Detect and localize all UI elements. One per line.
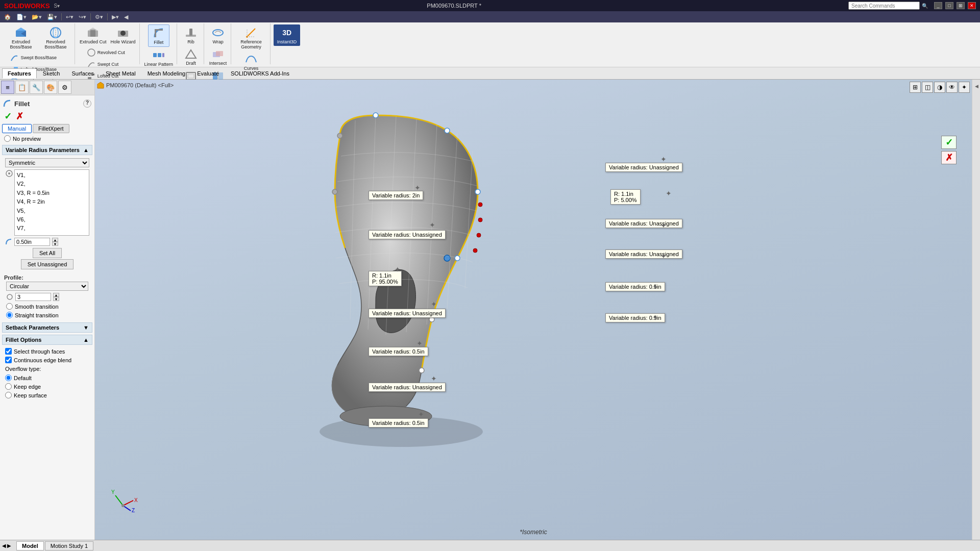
view-apply-button[interactable]: ✦	[959, 82, 970, 93]
property-manager-icon[interactable]: 📋	[15, 81, 29, 94]
linear-pattern-button[interactable]: Linear Pattern	[143, 47, 175, 68]
close-button[interactable]: ✕	[968, 2, 976, 9]
restore-button[interactable]: □	[945, 2, 953, 9]
scroll-left-btn[interactable]: ◀	[2, 543, 6, 548]
radius-decrement[interactable]: ▼	[52, 242, 58, 246]
qa-options[interactable]: ⚙▾	[93, 13, 105, 21]
vertex-item[interactable]: V7,	[16, 224, 88, 233]
vertex-item[interactable]: V5,	[16, 207, 88, 215]
instant3d-button[interactable]: 3D Instant3D	[274, 24, 300, 46]
draft-button[interactable]: Draft	[180, 46, 202, 67]
set-all-button[interactable]: Set All	[33, 248, 62, 258]
search-icon[interactable]: 🔍	[922, 3, 928, 9]
callout-unassigned-2[interactable]: Variable radius: Unassigned	[369, 309, 446, 318]
cam-manager-icon[interactable]: ⚙	[58, 81, 71, 94]
floating-reject-button[interactable]: ✗	[941, 151, 957, 164]
minimize-button[interactable]: _	[934, 2, 942, 9]
radius-increment[interactable]: ▲	[52, 238, 58, 242]
callout-unassigned-r2[interactable]: Variable radius: Unassigned	[605, 219, 682, 228]
vertex-item[interactable]: V4, R = 2in	[16, 197, 88, 206]
smooth-transition-radio[interactable]	[6, 303, 13, 310]
setback-section-header[interactable]: Setback Parameters ▼	[2, 322, 92, 333]
floating-accept-button[interactable]: ✓	[941, 136, 957, 149]
straight-transition-radio[interactable]	[6, 312, 13, 318]
callout-unassigned-r1[interactable]: Variable radius: Unassigned	[605, 163, 682, 172]
vertex-item[interactable]: V6,	[16, 215, 88, 224]
search-input[interactable]	[848, 2, 920, 10]
vertex-item[interactable]: V3, R = 0.5in	[16, 189, 88, 197]
intersect-button[interactable]: Intersect	[207, 46, 229, 67]
model-tab[interactable]: Model	[16, 541, 44, 550]
display-manager-icon[interactable]: 🎨	[44, 81, 57, 94]
scroll-right-btn[interactable]: ▶	[7, 543, 11, 548]
qa-forward[interactable]: ▶▾	[110, 13, 121, 21]
profile-increment[interactable]: ▲	[53, 293, 59, 297]
radius-input[interactable]	[14, 238, 50, 246]
swept-boss-base-button[interactable]: Swept Boss/Base	[8, 52, 68, 63]
no-preview-radio[interactable]	[4, 135, 11, 142]
view-display-button[interactable]: ◑	[934, 82, 945, 93]
view-orient-button[interactable]: ⊞	[910, 82, 921, 93]
qa-btn[interactable]: S▾	[54, 3, 60, 9]
callout-0-5in-1[interactable]: Variable radius: 0.5in	[369, 347, 428, 356]
config-manager-icon[interactable]: 🔧	[30, 81, 43, 94]
tab-sheet-metal[interactable]: Sheet Metal	[100, 68, 141, 79]
qa-open[interactable]: 📂▾	[30, 13, 44, 21]
set-unassigned-button[interactable]: Set Unassigned	[21, 259, 74, 269]
maximize-button[interactable]: ⊞	[957, 2, 965, 9]
fillet-options-section-header[interactable]: Fillet Options ▲	[2, 335, 92, 345]
revolved-cut-button[interactable]: Revolved Cut	[85, 47, 131, 58]
vertex-item[interactable]: V8, R = 0.5in	[16, 233, 88, 236]
overflow-keep-edge-radio[interactable]	[5, 383, 12, 390]
callout-rp-right[interactable]: R: 1.1in P: 5.00%	[610, 189, 641, 205]
profile-type-dropdown[interactable]: Circular Curvature continuous	[6, 282, 88, 291]
callout-unassigned-1[interactable]: Variable radius: Unassigned	[369, 230, 446, 239]
right-collapse-tab[interactable]: ◀	[972, 80, 980, 540]
fillet-button[interactable]: Fillet	[148, 24, 169, 47]
accept-button[interactable]: ✓	[4, 111, 12, 122]
reference-geometry-button[interactable]: Reference Geometry	[234, 24, 268, 51]
variable-radius-section-header[interactable]: Variable Radius Parameters ▲	[2, 145, 92, 155]
feature-manager-icon[interactable]: ≡	[1, 81, 14, 94]
qa-undo[interactable]: ↩▾	[64, 13, 76, 21]
revolved-boss-base-button[interactable]: Revolved Boss/Base	[39, 24, 72, 51]
vertex-list[interactable]: V1, V2, V3, R = 0.5in V4, R = 2in V5, V6…	[14, 169, 89, 236]
motion-study-tab[interactable]: Motion Study 1	[45, 541, 93, 550]
tab-surfaces[interactable]: Surfaces	[66, 68, 100, 79]
profile-decrement[interactable]: ▼	[53, 297, 59, 301]
extruded-boss-base-button[interactable]: Extruded Boss/Base	[4, 24, 38, 51]
profile-value-input[interactable]	[15, 293, 51, 301]
tab-manual[interactable]: Manual	[2, 124, 32, 133]
overflow-default-radio[interactable]	[5, 374, 12, 381]
tab-solidworks-addins[interactable]: SOLIDWORKS Add-Ins	[225, 68, 295, 79]
tab-evaluate[interactable]: Evaluate	[191, 68, 225, 79]
reject-button[interactable]: ✗	[16, 111, 23, 122]
hole-wizard-button[interactable]: Hole Wizard	[109, 24, 137, 46]
callout-v4-2in[interactable]: Variable radius: 2in	[369, 191, 423, 200]
wrap-button[interactable]: Wrap	[207, 24, 229, 46]
continuous-edge-blend-checkbox[interactable]	[5, 357, 12, 363]
callout-unassigned-r3[interactable]: Variable radius: Unassigned	[605, 249, 682, 259]
callout-0-5in-2[interactable]: Variable radius: 0.5in	[369, 418, 428, 428]
qa-back[interactable]: ◀	[122, 13, 130, 21]
view-hide-button[interactable]: 👁	[946, 82, 958, 93]
qa-save[interactable]: 💾▾	[45, 13, 59, 21]
tab-sketch[interactable]: Sketch	[37, 68, 66, 79]
tab-mesh-modeling[interactable]: Mesh Modeling	[142, 68, 191, 79]
extruded-cut-button[interactable]: Extruded Cut	[78, 24, 108, 46]
view-section-button[interactable]: ◫	[922, 82, 933, 93]
help-button[interactable]: ?	[83, 99, 91, 108]
tab-features[interactable]: Features	[2, 68, 37, 79]
symmetric-dropdown[interactable]: Symmetric Asymmetric	[5, 158, 89, 167]
qa-redo[interactable]: ↪▾	[77, 13, 88, 21]
qa-new[interactable]: 📄▾	[14, 13, 29, 21]
vertex-item[interactable]: V1,	[16, 171, 88, 180]
overflow-keep-surface-radio[interactable]	[5, 392, 12, 398]
tab-filletxpert[interactable]: FilletXpert	[33, 124, 69, 133]
wrap-icon	[211, 26, 225, 40]
vertex-item[interactable]: V2,	[16, 180, 88, 188]
callout-unassigned-3[interactable]: Variable radius: Unassigned	[369, 383, 446, 392]
qa-home[interactable]: 🏠	[2, 13, 13, 21]
rib-button[interactable]: Rib	[180, 24, 202, 46]
select-through-faces-checkbox[interactable]	[5, 348, 12, 355]
